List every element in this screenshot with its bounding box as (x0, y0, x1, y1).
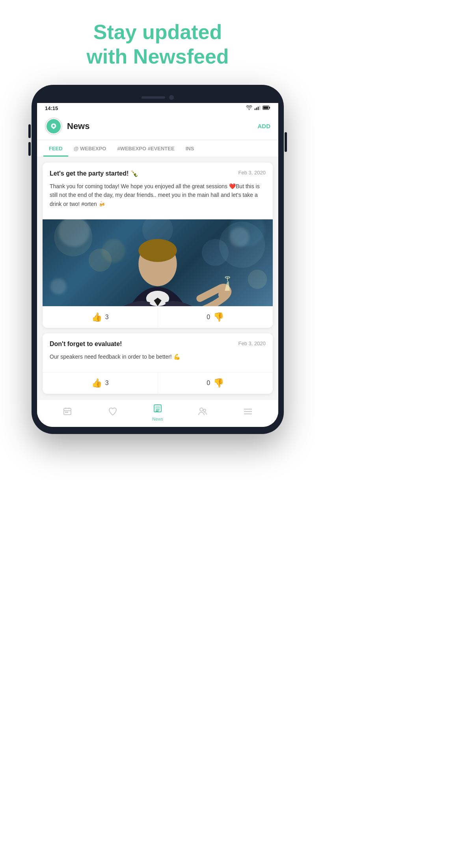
nav-favorites[interactable] (103, 407, 123, 419)
thumbs-up-icon-2: 👍 (91, 378, 102, 388)
svg-point-31 (200, 408, 203, 411)
post-card: Let's get the party started! 🍾 Feb 3, 20… (43, 163, 273, 328)
thumbs-up-icon: 👍 (91, 312, 102, 322)
volume-down-button (28, 142, 31, 156)
people-icon (198, 407, 207, 419)
reaction-bar-2: 👍 3 0 👎 (43, 372, 273, 394)
svg-rect-28 (156, 406, 160, 409)
post-body: Let's get the party started! 🍾 Feb 3, 20… (43, 163, 273, 219)
heart-icon (108, 407, 117, 419)
bottom-nav: News (37, 399, 278, 427)
nav-news[interactable]: News (148, 404, 168, 421)
wifi-icon (246, 105, 252, 111)
svg-point-12 (202, 239, 229, 266)
news-title: News (67, 121, 253, 131)
tab-webexpo-hash[interactable]: #WEBEXPO #EVENTEE (112, 140, 180, 157)
post-date: Feb 3, 2020 (238, 170, 266, 176)
post-image (43, 219, 273, 306)
nav-people[interactable] (193, 407, 212, 419)
tab-feed[interactable]: FEED (43, 140, 68, 157)
svg-point-25 (65, 412, 66, 413)
svg-point-13 (248, 269, 267, 289)
tab-ins[interactable]: INS (180, 140, 200, 157)
like-button[interactable]: 👍 3 (43, 307, 158, 328)
dislike-button[interactable]: 0 👎 (158, 307, 273, 328)
phone-camera (169, 95, 174, 100)
power-button (285, 132, 287, 152)
status-icons (246, 105, 270, 111)
nav-schedule[interactable] (58, 407, 77, 419)
feed-content: Let's get the party started! 🍾 Feb 3, 20… (37, 157, 278, 400)
svg-point-32 (203, 409, 206, 412)
svg-point-7 (52, 125, 55, 127)
schedule-icon (63, 407, 72, 419)
post-header-2: Don't forget to evaluate! Feb 3, 2020 (50, 340, 266, 348)
svg-point-11 (89, 249, 112, 271)
hero-title: Stay updatedwith Newsfeed (0, 0, 315, 81)
phone-mockup: 14:15 (32, 85, 284, 434)
svg-point-17 (138, 239, 177, 262)
app-logo (45, 118, 62, 135)
post-header: Let's get the party started! 🍾 Feb 3, 20… (50, 170, 266, 177)
add-button[interactable]: ADD (258, 123, 271, 129)
tab-webexpo-at[interactable]: @ WEBEXPO (68, 140, 112, 157)
signal-icon (254, 105, 261, 111)
thumbs-down-icon-2: 👎 (213, 378, 224, 388)
svg-rect-0 (255, 108, 255, 110)
post-card: Don't forget to evaluate! Feb 3, 2020 Ou… (43, 333, 273, 394)
app-logo-inner (47, 119, 61, 133)
news-icon (153, 404, 162, 415)
app-header: News ADD (37, 113, 278, 140)
svg-point-26 (67, 412, 68, 413)
post-body-2: Don't forget to evaluate! Feb 3, 2020 Ou… (43, 333, 273, 372)
post-text: Thank you for coming today! We hope you … (50, 182, 266, 208)
battery-icon (263, 105, 270, 111)
svg-rect-3 (259, 106, 260, 110)
dislike-count-2: 0 (207, 380, 210, 387)
phone-frame: 14:15 (32, 85, 284, 434)
post-title: Let's get the party started! 🍾 (50, 170, 238, 177)
svg-point-8 (54, 219, 92, 256)
reaction-bar: 👍 3 0 👎 (43, 306, 273, 328)
post-title-2: Don't forget to evaluate! (50, 340, 238, 348)
svg-rect-2 (258, 107, 259, 110)
post-date-2: Feb 3, 2020 (238, 340, 266, 346)
svg-rect-6 (263, 106, 268, 109)
phone-screen: 14:15 (37, 103, 278, 427)
phone-notch (37, 92, 278, 103)
tabs-bar: FEED @ WEBEXPO #WEBEXPO #EVENTEE INS (37, 140, 278, 157)
phone-speaker (142, 96, 165, 99)
menu-icon (243, 407, 253, 419)
volume-up-button (28, 124, 31, 138)
like-count: 3 (105, 314, 109, 321)
svg-rect-1 (256, 107, 257, 110)
svg-rect-5 (269, 107, 270, 108)
post-text-2: Our speakers need feedback in order to b… (50, 352, 266, 361)
like-count-2: 3 (105, 380, 109, 387)
dislike-count: 0 (207, 314, 210, 321)
svg-point-18 (218, 290, 227, 299)
like-button-2[interactable]: 👍 3 (43, 372, 158, 394)
nav-menu[interactable] (238, 407, 258, 419)
status-bar: 14:15 (37, 103, 278, 113)
news-nav-label: News (152, 417, 163, 421)
thumbs-down-icon: 👎 (213, 312, 224, 322)
status-time: 14:15 (45, 105, 58, 111)
dislike-button-2[interactable]: 0 👎 (158, 372, 273, 394)
